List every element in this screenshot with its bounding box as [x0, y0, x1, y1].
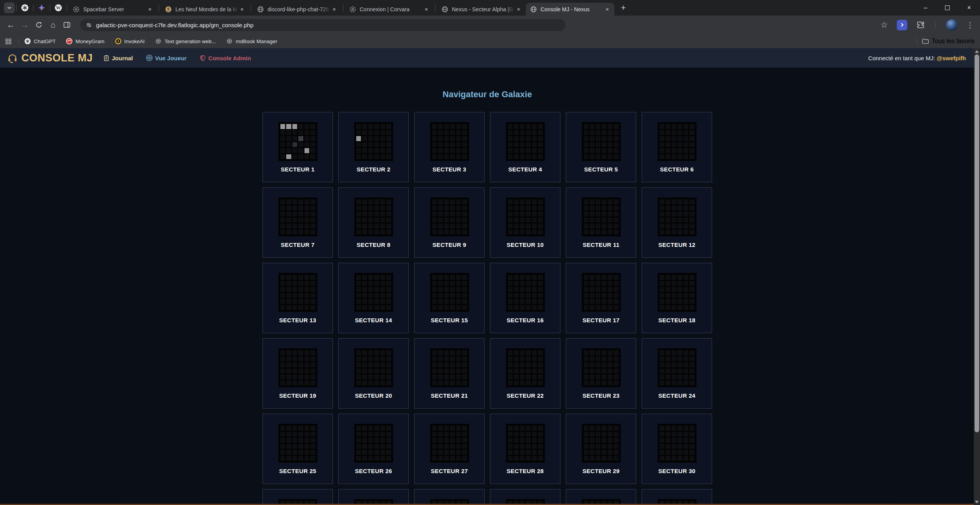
- bookmark-chatgpt[interactable]: ChatGPT: [24, 38, 56, 45]
- sector-card[interactable]: SECTEUR 21: [414, 338, 485, 409]
- sector-card[interactable]: SECTEUR 18: [642, 263, 712, 333]
- profile-avatar[interactable]: [946, 19, 957, 31]
- reload-button[interactable]: [32, 18, 46, 32]
- home-button[interactable]: ⌂: [46, 18, 60, 32]
- sector-cell: [450, 444, 455, 449]
- back-button[interactable]: ←: [4, 18, 18, 32]
- new-tab-button[interactable]: +: [618, 2, 629, 14]
- tab-discord-like-php-chat[interactable]: discord-like-php-chat-7262.dev ×: [253, 3, 341, 16]
- apps-grid-icon[interactable]: [5, 38, 12, 45]
- tab-console-mj-nexus[interactable]: Console MJ - Nexus ×: [526, 3, 614, 16]
- sector-card[interactable]: SECTEUR 12: [642, 187, 712, 258]
- sector-card[interactable]: SECTEUR 30: [642, 414, 712, 484]
- sector-card[interactable]: SECTEUR 7: [262, 187, 333, 258]
- scrollbar-up-arrow[interactable]: [974, 48, 980, 54]
- tab-close-icon[interactable]: ×: [604, 5, 611, 13]
- sector-cell: [508, 444, 513, 449]
- sector-card[interactable]: SECTEUR 9: [414, 187, 485, 258]
- sector-card[interactable]: SECTEUR 36: [642, 489, 712, 505]
- sector-cell: [614, 450, 619, 455]
- sector-card[interactable]: SECTEUR 20: [338, 338, 409, 409]
- sector-cell: [690, 199, 695, 204]
- sector-cell: [514, 148, 519, 153]
- tab-les-neuf-mondes[interactable]: Les Neuf Mondes de la Mythologie ×: [161, 3, 249, 16]
- tab-spacebar-server[interactable]: Spacebar Server ×: [68, 3, 157, 16]
- sector-card[interactable]: SECTEUR 29: [566, 414, 636, 484]
- url-text[interactable]: galactic-pve-conquest-c7fe.dev.flatlogic…: [96, 22, 254, 28]
- sector-card[interactable]: SECTEUR 26: [338, 414, 409, 484]
- sector-card[interactable]: SECTEUR 31: [262, 489, 333, 505]
- minimize-button[interactable]: –: [915, 0, 936, 16]
- tab-close-icon[interactable]: ×: [331, 5, 338, 13]
- sector-card[interactable]: SECTEUR 16: [490, 263, 560, 333]
- forward-button[interactable]: →: [18, 18, 32, 32]
- sector-card[interactable]: SECTEUR 17: [566, 263, 636, 333]
- sector-card[interactable]: SECTEUR 15: [414, 263, 485, 333]
- sector-card[interactable]: SECTEUR 22: [490, 338, 560, 409]
- browser-menu-icon[interactable]: ⋮: [966, 21, 974, 30]
- sector-card[interactable]: SECTEUR 2: [338, 112, 409, 182]
- all-bookmarks[interactable]: Tous les favoris: [915, 38, 975, 45]
- sector-card[interactable]: SECTEUR 24: [642, 338, 712, 409]
- tab-close-icon[interactable]: ×: [423, 5, 430, 13]
- tab-connexion-corvara[interactable]: Connexion | Corvara ×: [345, 3, 434, 16]
- nav-vue-joueur[interactable]: Vue Joueur: [146, 54, 187, 61]
- sector-cell: [368, 148, 373, 153]
- bookmark-text-generation-webui[interactable]: Text generation web...: [155, 38, 216, 45]
- sector-card[interactable]: SECTEUR 5: [566, 112, 636, 182]
- sector-cell: [280, 438, 285, 443]
- sector-cell: [292, 362, 298, 367]
- scrollbar-down-arrow[interactable]: [974, 499, 980, 505]
- maximize-button[interactable]: [936, 0, 958, 16]
- page-scrollbar[interactable]: [974, 48, 980, 505]
- sector-card[interactable]: SECTEUR 11: [566, 187, 636, 258]
- tab-nexus-secteur-alpha[interactable]: Nexus - Secteur Alpha [G1] ×: [437, 3, 526, 16]
- sector-card[interactable]: SECTEUR 14: [338, 263, 409, 333]
- sector-card[interactable]: SECTEUR 4: [490, 112, 560, 182]
- tab-close-icon[interactable]: ×: [146, 5, 154, 13]
- scrollbar-thumb[interactable]: [975, 54, 979, 432]
- sector-cell: [286, 136, 291, 141]
- sector-card[interactable]: SECTEUR 6: [642, 112, 712, 182]
- pinned-tab-chatgpt[interactable]: [18, 1, 32, 14]
- nav-journal[interactable]: Journal: [103, 55, 133, 61]
- sector-card[interactable]: SECTEUR 13: [262, 263, 333, 333]
- sector-card[interactable]: SECTEUR 25: [262, 414, 333, 484]
- sector-cell: [684, 450, 689, 455]
- sector-label: SECTEUR 20: [355, 392, 392, 399]
- sector-cell: [292, 230, 298, 235]
- sector-card[interactable]: SECTEUR 32: [338, 489, 409, 505]
- sector-card[interactable]: SECTEUR 19: [262, 338, 333, 409]
- bookmark-moneygram[interactable]: MoneyGram: [66, 38, 104, 45]
- sector-cell: [608, 299, 613, 304]
- address-bar[interactable]: galactic-pve-conquest-c7fe.dev.flatlogic…: [80, 19, 565, 31]
- extension-shortcut-icon[interactable]: [897, 20, 907, 30]
- bookmark-star-icon[interactable]: ☆: [880, 20, 888, 30]
- sector-card[interactable]: SECTEUR 3: [414, 112, 485, 182]
- sector-card[interactable]: SECTEUR 28: [490, 414, 560, 484]
- close-window-button[interactable]: ×: [958, 0, 980, 16]
- extensions-puzzle-icon[interactable]: [916, 21, 925, 29]
- nav-console-admin[interactable]: Console Admin: [200, 55, 251, 61]
- side-panel-button[interactable]: [60, 18, 74, 32]
- sector-cell: [596, 426, 601, 431]
- sector-card[interactable]: SECTEUR 33: [414, 489, 485, 505]
- pinned-tab-wordpress[interactable]: W: [52, 1, 65, 14]
- sector-cell: [665, 130, 670, 135]
- tab-search-button[interactable]: [4, 2, 15, 13]
- sector-card[interactable]: SECTEUR 34: [490, 489, 560, 505]
- sector-card[interactable]: SECTEUR 27: [414, 414, 485, 484]
- sector-card[interactable]: SECTEUR 1: [262, 112, 333, 182]
- bookmark-label: ChatGPT: [34, 38, 56, 44]
- tab-close-icon[interactable]: ×: [238, 5, 246, 13]
- sector-card[interactable]: SECTEUR 8: [338, 187, 409, 258]
- sector-card[interactable]: SECTEUR 23: [566, 338, 636, 409]
- sector-cell: [432, 369, 437, 374]
- sector-cell: [380, 275, 385, 280]
- bookmark-mdbook-manager[interactable]: mdBook Manager: [226, 38, 277, 45]
- sector-card[interactable]: SECTEUR 10: [490, 187, 560, 258]
- sector-card[interactable]: SECTEUR 35: [566, 489, 636, 505]
- tab-close-icon[interactable]: ×: [515, 5, 522, 13]
- pinned-tab-gemini[interactable]: [35, 1, 48, 14]
- bookmark-invokeai[interactable]: InvokeAI: [115, 38, 145, 45]
